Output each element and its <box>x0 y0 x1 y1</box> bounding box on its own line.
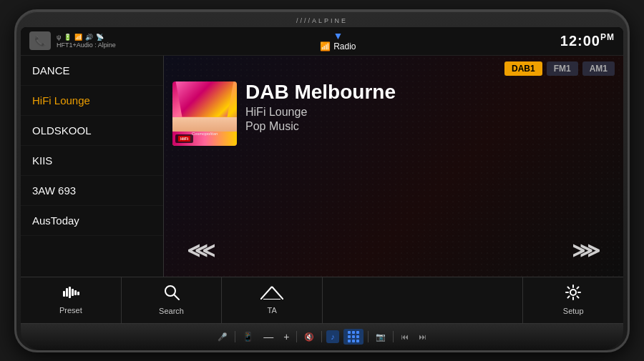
track-info: DAB Melbourne HiFi Lounge Pop Music <box>245 81 615 134</box>
hw-divider-2 <box>296 331 297 342</box>
signal-down-icon: ▼ <box>333 30 343 41</box>
hw-plus-button[interactable]: + <box>280 330 292 344</box>
empty-btn <box>323 277 523 323</box>
phone-icon: 📞 <box>34 36 46 46</box>
hw-minus-button[interactable]: — <box>260 330 276 344</box>
hw-divider-5 <box>393 331 394 342</box>
signal-icon: 📶 <box>74 34 82 41</box>
svg-line-8 <box>260 287 272 300</box>
hw-dot-2 <box>352 331 355 334</box>
wifi-icon: 📡 <box>96 34 104 41</box>
hardware-bottom-bar: 🎤 📱 — + 🔇 ♪ 📷 ⏮ ⏭ <box>21 323 623 350</box>
tab-dab1[interactable]: DAB1 <box>504 61 542 76</box>
content-area: DANCE HiFi Lounge OLDSKOOL KIIS 3AW 693 … <box>21 56 623 277</box>
svg-rect-2 <box>69 287 71 298</box>
status-row-icons: ψ 🔋 📶 🔊 📡 <box>57 34 116 41</box>
hw-grid-icon <box>348 331 359 342</box>
hw-dot-9 <box>356 340 359 342</box>
hair-graphic <box>172 81 237 117</box>
hw-prev-button[interactable]: ⏮ <box>398 331 411 342</box>
hw-dot-8 <box>352 340 355 342</box>
top-bar-left: 📞 ψ 🔋 📶 🔊 📡 HFT1+Audio : Alpine <box>29 31 116 50</box>
svg-rect-4 <box>74 290 77 295</box>
bottom-toolbar: Preset Search <box>21 277 623 323</box>
transport-controls: ⋘ ⋙ <box>172 230 615 271</box>
hw-next-button[interactable]: ⏭ <box>416 331 429 342</box>
hw-dot-6 <box>356 335 359 338</box>
station-item-dance[interactable]: DANCE <box>21 56 163 86</box>
svg-rect-3 <box>72 289 74 296</box>
hw-camera-button[interactable]: 📷 <box>373 331 389 343</box>
now-playing-row: HiFi Cosmo­politan DAB Melbourne HiFi Lo… <box>172 81 615 146</box>
preset-button[interactable]: Preset <box>21 277 122 323</box>
hw-divider-1 <box>235 331 235 342</box>
station-list: DANCE HiFi Lounge OLDSKOOL KIIS 3AW 693 … <box>21 56 164 277</box>
hw-dot-3 <box>356 331 359 334</box>
bt-icon: ψ <box>57 34 61 41</box>
hw-dot-4 <box>348 335 351 338</box>
top-bar: 📞 ψ 🔋 📶 🔊 📡 HFT1+Audio : Alpine ▼ <box>21 27 623 56</box>
hw-divider-4 <box>368 331 369 342</box>
screen: 📞 ψ 🔋 📶 🔊 📡 HFT1+Audio : Alpine ▼ <box>21 27 623 323</box>
hw-mute-button[interactable]: 🔇 <box>301 331 317 343</box>
tab-am1[interactable]: AM1 <box>582 61 615 76</box>
hifi-badge-logo: HiFi <box>178 136 190 142</box>
show-name: HiFi Lounge <box>245 106 615 119</box>
hw-dot-7 <box>348 340 351 342</box>
ta-button[interactable]: TA <box>222 277 323 323</box>
setup-button[interactable]: Setup <box>523 277 623 323</box>
hw-grid-button[interactable] <box>343 329 364 345</box>
brand-label: ////ALPINE <box>21 16 623 27</box>
hw-dot-1 <box>348 331 351 334</box>
next-track-button[interactable]: ⋙ <box>572 239 600 262</box>
hw-phone-button[interactable]: 📱 <box>240 330 256 343</box>
search-label: Search <box>159 307 184 315</box>
face-graphic <box>172 117 237 132</box>
status-icons: ψ 🔋 📶 🔊 📡 HFT1+Audio : Alpine <box>57 34 116 49</box>
setup-label: Setup <box>563 307 584 315</box>
radio-tabs: DAB1 FM1 AM1 <box>172 61 615 76</box>
svg-rect-0 <box>63 291 65 297</box>
hw-divider-3 <box>321 331 322 342</box>
device-outer: ////ALPINE 📞 ψ 🔋 📶 🔊 📡 HFT1+Audio : Alpi… <box>14 9 630 352</box>
station-item-oldskool[interactable]: OLDSKOOL <box>21 116 163 146</box>
clock-ampm: PM <box>600 32 615 42</box>
prev-track-icon: ⋘ <box>187 239 215 262</box>
setup-icon <box>565 285 581 304</box>
station-item-kiis[interactable]: KIIS <box>21 146 163 176</box>
album-art: HiFi Cosmo­politan <box>172 81 237 146</box>
search-icon <box>164 285 180 304</box>
radio-text: Radio <box>333 41 356 51</box>
clock-time: 12:00 <box>560 33 600 49</box>
hw-music-button[interactable]: ♪ <box>326 330 339 343</box>
station-name: DAB Melbourne <box>245 81 615 104</box>
ta-label: TA <box>268 306 277 315</box>
svg-line-9 <box>272 287 283 300</box>
bar-chart-icon: 📶 <box>320 41 331 51</box>
svg-line-7 <box>174 295 179 300</box>
clock-display: 12:00PM <box>560 32 615 49</box>
phone-button[interactable]: 📞 <box>29 31 51 50</box>
radio-source-label: 📶 Radio <box>320 41 356 51</box>
ta-icon <box>260 285 283 303</box>
svg-rect-5 <box>77 292 79 295</box>
svg-point-11 <box>570 290 576 295</box>
tab-fm1[interactable]: FM1 <box>547 61 578 76</box>
hw-mic-button[interactable]: 🎤 <box>215 331 230 343</box>
station-item-austoday[interactable]: AusToday <box>21 206 163 236</box>
charge-icon: 🔋 <box>64 34 72 41</box>
svg-rect-1 <box>66 288 68 297</box>
main-content: DAB1 FM1 AM1 HiFi <box>164 56 623 277</box>
preset-icon <box>62 285 79 303</box>
search-button[interactable]: Search <box>122 277 223 323</box>
hw-dot-5 <box>352 335 355 338</box>
station-item-3aw[interactable]: 3AW 693 <box>21 176 163 206</box>
preset-label: Preset <box>59 306 82 315</box>
top-bar-center: ▼ 📶 Radio <box>320 30 356 51</box>
prev-track-button[interactable]: ⋘ <box>187 239 215 262</box>
cosmopolitan-text: Cosmo­politan <box>174 132 235 136</box>
volume-icon: 🔊 <box>85 34 93 41</box>
next-track-icon: ⋙ <box>572 239 600 262</box>
station-item-hifi-lounge[interactable]: HiFi Lounge <box>21 86 163 116</box>
status-info-text: HFT1+Audio : Alpine <box>57 41 116 49</box>
